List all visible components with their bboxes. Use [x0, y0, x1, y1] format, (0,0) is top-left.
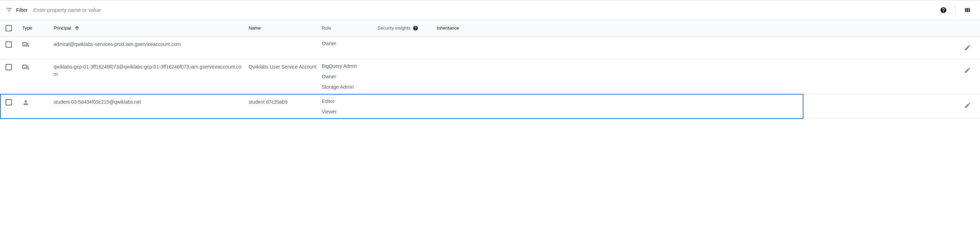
role-item: BigQuery Admin	[322, 63, 377, 69]
svg-point-2	[25, 44, 26, 44]
role-item: Viewer	[322, 109, 377, 114]
columns-icon	[964, 6, 971, 14]
row-role: Owner	[322, 41, 377, 46]
row-role: BigQuery AdminOwnerStorage Admin	[322, 63, 377, 90]
header-principal-label: Principal	[54, 25, 71, 31]
row-type	[22, 41, 54, 49]
header-inheritance[interactable]: Inheritance	[437, 25, 485, 31]
help-icon	[413, 25, 418, 31]
row-name: Qwiklabs User Service Account	[249, 63, 322, 71]
filter-label: Filter	[16, 7, 27, 13]
name-text: Qwiklabs User Service Account	[249, 63, 318, 71]
service-account-icon	[22, 41, 29, 47]
edit-icon	[964, 102, 971, 109]
edit-button[interactable]	[961, 41, 974, 55]
row-actions	[485, 63, 974, 77]
row-name: student d7c20ab9	[249, 98, 322, 106]
header-principal[interactable]: Principal	[54, 25, 249, 31]
table-row: qwiklabs-gcp-01-3ff16246f073@qwiklabs-gc…	[0, 59, 980, 94]
divider	[955, 5, 956, 15]
role-item: Storage Admin	[322, 84, 377, 90]
row-principal: admiral@qwiklabs-services-prod.iam.gserv…	[54, 41, 249, 48]
role-list: EditorViewer	[322, 98, 377, 114]
row-type	[22, 98, 54, 107]
edit-icon	[964, 44, 971, 51]
row-actions	[485, 41, 974, 55]
svg-point-4	[23, 66, 24, 67]
edit-button[interactable]	[961, 63, 974, 77]
table-header: Type Principal Name Role Security insigh…	[0, 20, 980, 36]
row-checkbox[interactable]	[6, 41, 12, 47]
header-checkbox-cell	[6, 25, 22, 31]
sort-ascending-icon	[74, 25, 80, 31]
header-role[interactable]: Role	[322, 25, 377, 31]
row-actions	[485, 98, 974, 112]
filter-input[interactable]	[33, 6, 932, 14]
filter-label-group: Filter	[6, 6, 27, 14]
principal-text: admiral@qwiklabs-services-prod.iam.gserv…	[54, 41, 242, 48]
role-item: Editor	[322, 98, 377, 104]
principal-text: qwiklabs-gcp-01-3ff16246f073@qwiklabs-gc…	[54, 63, 242, 78]
row-principal: qwiklabs-gcp-01-3ff16246f073@qwiklabs-gc…	[54, 63, 249, 78]
svg-rect-3	[23, 65, 27, 68]
row-checkbox[interactable]	[6, 64, 12, 70]
role-item: Owner	[322, 74, 377, 79]
help-icon	[940, 6, 947, 14]
table-body: admiral@qwiklabs-services-prod.iam.gserv…	[0, 36, 980, 119]
header-type[interactable]: Type	[22, 25, 54, 31]
name-text: student d7c20ab9	[249, 98, 318, 106]
row-checkbox-cell	[6, 41, 22, 47]
row-principal: student-03-5d434f03c215@qwiklabs.net	[54, 98, 249, 106]
edit-button[interactable]	[961, 98, 974, 112]
header-security[interactable]: Security insights	[377, 25, 437, 31]
row-checkbox-cell	[6, 63, 22, 70]
help-button[interactable]	[937, 3, 950, 17]
row-checkbox-cell	[6, 98, 22, 106]
person-icon	[22, 99, 29, 106]
svg-rect-0	[23, 43, 27, 46]
service-account-icon	[22, 64, 29, 70]
edit-icon	[964, 67, 971, 74]
filter-left: Filter	[6, 6, 932, 14]
filter-icon	[6, 6, 13, 14]
select-all-checkbox[interactable]	[6, 25, 12, 31]
header-security-label: Security insights	[377, 25, 410, 31]
row-type	[22, 63, 54, 71]
header-name[interactable]: Name	[249, 25, 322, 31]
role-list: Owner	[322, 41, 377, 46]
table-row: admiral@qwiklabs-services-prod.iam.gserv…	[0, 36, 980, 59]
svg-point-5	[25, 66, 26, 67]
table-row: student-03-5d434f03c215@qwiklabs.net stu…	[0, 94, 980, 119]
svg-point-1	[23, 44, 24, 44]
filter-right	[937, 3, 974, 17]
principal-text: student-03-5d434f03c215@qwiklabs.net	[54, 98, 242, 106]
role-item: Owner	[322, 41, 377, 46]
column-settings-button[interactable]	[961, 3, 974, 17]
filter-bar: Filter	[0, 0, 980, 20]
role-list: BigQuery AdminOwnerStorage Admin	[322, 63, 377, 90]
row-role: EditorViewer	[322, 98, 377, 114]
row-checkbox[interactable]	[6, 99, 12, 106]
